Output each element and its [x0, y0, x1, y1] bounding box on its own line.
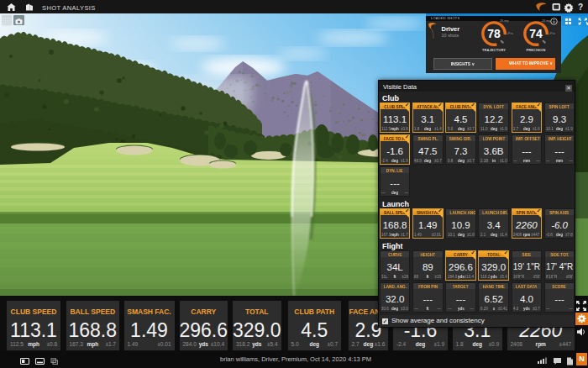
svg-text:28 imp: 28 imp: [500, 19, 509, 23]
svg-text:78: 78: [487, 27, 501, 40]
svg-text:TRAJECTORY: TRAJECTORY: [482, 48, 506, 52]
svg-text:+Pro: +Pro: [549, 32, 555, 35]
svg-text:+Pro: +Pro: [507, 32, 513, 35]
svg-text:PRECISION: PRECISION: [526, 48, 545, 52]
svg-text:74: 74: [529, 27, 543, 40]
